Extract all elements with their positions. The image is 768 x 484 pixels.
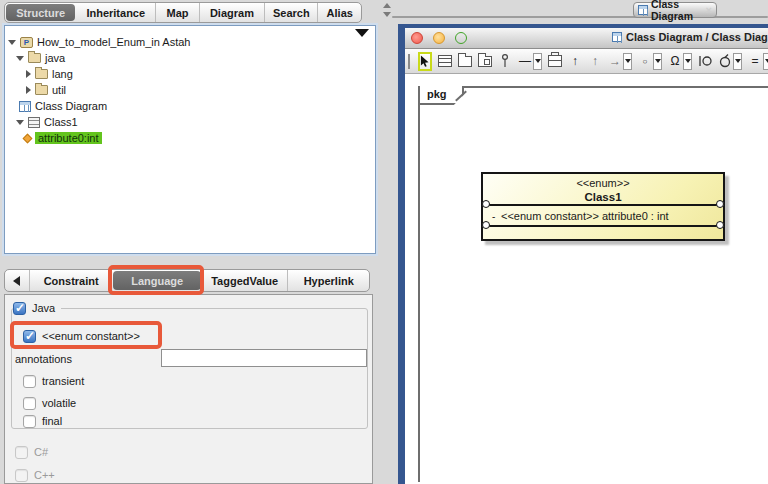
close-window-button[interactable] [411, 32, 423, 44]
selection-handle[interactable] [482, 221, 490, 229]
tree-row-class1[interactable]: Class1 [5, 114, 375, 130]
expand-caret-icon[interactable] [8, 40, 16, 45]
collapse-down-icon [383, 12, 391, 17]
select-tool-button[interactable] [418, 52, 432, 71]
window-titlebar[interactable]: Class Diagram / Class Diag [405, 28, 768, 49]
expand-caret-icon[interactable] [16, 120, 24, 125]
attribute-diamond-icon [23, 133, 33, 143]
tree-label: Class Diagram [35, 100, 107, 112]
class-node-class1[interactable]: <<enum>> Class1 - <<enum constant>> attr… [481, 172, 725, 241]
enum-constant-checkbox-row: <<enum constant>> [23, 329, 140, 343]
collapsed-caret-icon[interactable] [26, 70, 31, 78]
tree-row-class-diagram[interactable]: Class Diagram [5, 98, 375, 114]
diagram-canvas[interactable]: pkg <<enum>> Class1 - <<enum constant>> … [405, 74, 768, 482]
control-dropdown-button[interactable] [733, 53, 742, 70]
instance-tool-button[interactable]: ○ [638, 53, 652, 70]
package-frame-left-border [418, 86, 420, 482]
tree-row-project[interactable]: P How_to_model_Enum_in Astah [5, 34, 375, 50]
tab-language[interactable]: Language [113, 271, 201, 290]
package-folder-icon [35, 85, 48, 95]
class-name: Class1 [483, 190, 723, 204]
class-diagram-icon [638, 5, 648, 15]
association-dropdown-button[interactable] [533, 53, 542, 70]
selection-handle[interactable] [716, 200, 724, 208]
class-name-compartment[interactable]: <<enum>> Class1 [483, 174, 723, 206]
minimize-window-button[interactable] [433, 32, 445, 44]
tab-taggedvalue[interactable]: TaggedValue [202, 270, 288, 291]
class-diagram-icon [612, 32, 622, 42]
tree-row-attribute0[interactable]: attribute0:int [5, 130, 375, 146]
package-tool-button[interactable] [458, 53, 472, 70]
annotations-label: annotations [15, 353, 72, 365]
tree-row-java[interactable]: java [5, 50, 375, 66]
control-tool-button[interactable] [718, 53, 732, 70]
subsystem-tool-button[interactable] [478, 53, 492, 70]
pin-icon [501, 54, 509, 68]
diagram-toolbar: — ↑ ↑ → ○ Ω [405, 49, 768, 74]
tree-row-util[interactable]: util [5, 82, 375, 98]
project-icon: P [20, 37, 33, 48]
splitter-collapse-arrows[interactable] [383, 3, 391, 17]
transient-checkbox[interactable] [23, 375, 36, 388]
classifier-tool-button[interactable] [548, 53, 562, 70]
enum-constant-label: <<enum constant>> [42, 330, 140, 342]
final-label: final [42, 415, 62, 427]
realization-tool-button[interactable]: ↑ [588, 53, 602, 70]
class-icon [28, 117, 40, 128]
instance-dropdown-button[interactable] [653, 53, 662, 70]
control-tool-combo [718, 53, 742, 70]
tab-diagram[interactable]: Diagram [199, 3, 264, 22]
diagram-editor-window: Class Diagram / Class Diag — ↑ ↑ → [398, 24, 768, 484]
tab-search[interactable]: Search [264, 3, 317, 22]
toolbar-drag-handle[interactable] [408, 54, 410, 69]
association-tool-button[interactable]: — [518, 53, 532, 70]
tree-label: How_to_model_Enum_in Astah [37, 36, 190, 48]
generalization-tool-button[interactable]: ↑ [568, 53, 582, 70]
collapsed-caret-icon[interactable] [26, 86, 31, 94]
fragment-tool-button[interactable]: = [748, 53, 762, 70]
template-dropdown-button[interactable] [683, 53, 692, 70]
note-anchor-tool-button[interactable] [498, 53, 512, 70]
cpp-checkbox[interactable] [15, 469, 28, 482]
required-interface-tool-button[interactable] [698, 53, 712, 70]
selection-handle[interactable] [482, 200, 490, 208]
previous-tabs-button[interactable] [5, 270, 29, 291]
annotations-input[interactable] [161, 349, 367, 367]
dependency-dropdown-button[interactable] [623, 53, 632, 70]
language-properties-panel: Java <<enum constant>> annotations trans… [4, 294, 373, 484]
class-diagram-icon [19, 101, 31, 112]
class-attribute-compartment[interactable]: - <<enum constant>> attribute0 : int [483, 206, 723, 227]
close-tab-icon[interactable]: × [706, 4, 712, 16]
tree-row-lang[interactable]: lang [5, 66, 375, 82]
java-checkbox[interactable] [13, 302, 26, 315]
fragment-dropdown-button[interactable] [763, 53, 768, 70]
tab-inheritance[interactable]: Inheritance [76, 3, 155, 22]
package-frame-label-tab[interactable]: pkg [418, 86, 464, 105]
volatile-checkbox[interactable] [23, 397, 36, 410]
tree-menu-caret-icon[interactable] [355, 29, 369, 37]
tree-label: java [45, 52, 65, 64]
csharp-checkbox[interactable] [15, 446, 28, 459]
structure-tabbar: Structure Inheritance Map Diagram Search… [4, 2, 362, 23]
tab-constraint[interactable]: Constraint [29, 270, 113, 291]
required-interface-icon [698, 55, 712, 67]
template-tool-button[interactable]: Ω [668, 53, 682, 70]
tree-label: lang [52, 68, 73, 80]
package-tool-icon [458, 56, 472, 67]
dependency-tool-button[interactable]: → [608, 53, 622, 70]
final-checkbox[interactable] [23, 415, 36, 428]
window-title-group: Class Diagram / Class Diag [612, 31, 768, 43]
tab-alias[interactable]: Alias [317, 3, 361, 22]
zoom-window-button[interactable] [455, 32, 467, 44]
enum-constant-checkbox[interactable] [23, 330, 36, 343]
document-tab-class-diagram[interactable]: Class Diagram × [633, 2, 717, 18]
panel-splitter[interactable] [381, 0, 393, 484]
tab-structure[interactable]: Structure [6, 4, 75, 21]
tab-hyperlink[interactable]: Hyperlink [287, 270, 369, 291]
class-tool-button[interactable] [438, 53, 452, 70]
tab-map[interactable]: Map [155, 3, 199, 22]
package-frame-top-border [418, 86, 768, 88]
selection-handle[interactable] [716, 221, 724, 229]
class-stereotype: <<enum>> [483, 176, 723, 190]
expand-caret-icon[interactable] [16, 56, 24, 61]
